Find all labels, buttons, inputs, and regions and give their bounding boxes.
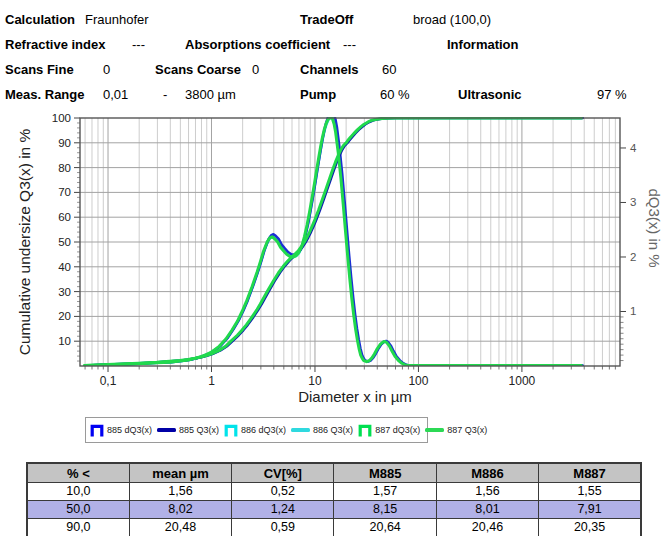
chart-legend: 885 dQ3(x)885 Q3(x)886 dQ3(x)886 Q3(x)88… [85,417,428,443]
legend-item: 886 dQ3(x) [224,424,286,437]
table-cell: 8,15 [334,501,436,519]
meas-range-label: Meas. Range [5,87,84,102]
ultrasonic-value: 97 % [597,87,627,102]
y-left-tick-label: 70 [58,186,71,198]
y-left-tick-label: 50 [58,236,71,248]
table-cell: 1,55 [539,483,641,501]
y-right-tick-label: 2 [630,251,636,263]
scans-coarse-value: 0 [252,62,259,77]
table-header-row: % <mean µmCV[%]M885M886M887 [27,463,641,483]
table-cell: 1,24 [232,501,334,519]
y-right-axis-title: dQ3(x) in % [646,188,663,267]
table-header-cell: % < [27,463,129,483]
refractive-index-label: Refractive index [5,37,105,52]
x-tick-label: 0,1 [100,374,117,388]
y-left-tick-label: 30 [58,286,71,298]
y-left-tick-label: 20 [58,310,71,322]
table-cell: 1,57 [334,483,436,501]
legend-item: 887 dQ3(x) [358,424,420,437]
table-header-cell: mean µm [129,463,231,483]
table-cell: 20,48 [129,519,231,536]
y-left-tick-label: 90 [58,137,71,149]
curve-885-dq3-x- [86,112,583,365]
y-left-tick-label: 60 [58,211,71,223]
table-row-selected[interactable]: 50,08,021,248,158,017,91 [27,501,641,519]
channels-label: Channels [300,62,359,77]
ultrasonic-label: Ultrasonic [458,87,522,102]
tradeoff-label: TradeOff [300,12,353,27]
y-left-axis-title: Cumulative undersize Q3(x) in % [16,129,33,356]
table-cell: 50,0 [27,501,129,519]
table-cell: 8,01 [436,501,538,519]
y-left-tick-label: 40 [58,261,71,273]
scans-fine-value: 0 [103,62,110,77]
tradeoff-value: broad (100,0) [413,12,491,27]
percentile-results-table: % <mean µmCV[%]M885M886M887 10,01,560,52… [26,462,642,536]
table-header-cell: M887 [539,463,641,483]
x-axis-title: Diameter x in µm [298,388,412,405]
legend-swatch-hist-icon [224,424,238,437]
legend-item: 887 Q3(x) [425,425,487,435]
scans-coarse-label: Scans Coarse [155,62,241,77]
legend-item-label: 886 Q3(x) [313,425,353,435]
y-left-tick-label: 10 [58,335,71,347]
pump-value: 60 % [380,87,410,102]
curve-886-dq3-x- [85,117,582,365]
meas-range-dash: - [163,87,167,102]
legend-item: 885 dQ3(x) [90,424,152,437]
y-right-tick-label: 1 [630,305,636,317]
meas-range-from-value: 0,01 [103,87,128,102]
meas-range-to-value: 3800 µm [185,87,236,102]
particle-size-distribution-chart: 1020304050607080901000,111010010001234Cu… [0,108,665,410]
y-right-tick-label: 4 [630,142,637,154]
table-row[interactable]: 10,01,560,521,571,561,55 [27,483,641,501]
legend-item: 885 Q3(x) [157,425,219,435]
x-tick-label: 10 [308,374,322,388]
legend-item: 886 Q3(x) [291,425,353,435]
legend-item-label: 887 Q3(x) [447,425,487,435]
legend-swatch-hist-icon [90,424,104,437]
table-cell: 0,59 [232,519,334,536]
x-tick-label: 1 [208,374,215,388]
table-cell: 90,0 [27,519,129,536]
table-header-cell: M885 [334,463,436,483]
table-cell: 10,0 [27,483,129,501]
legend-item-label: 886 dQ3(x) [241,425,286,435]
legend-item-label: 885 Q3(x) [179,425,219,435]
table-header-cell: M886 [436,463,538,483]
y-left-tick-label: 80 [58,162,71,174]
legend-swatch-hist-icon [358,424,372,437]
legend-swatch-line-icon [291,428,310,432]
table-cell: 1,56 [129,483,231,501]
legend-item-label: 885 dQ3(x) [107,425,152,435]
table-cell: 0,52 [232,483,334,501]
table-cell: 20,64 [334,519,436,536]
table-cell: 8,02 [129,501,231,519]
legend-item-label: 887 dQ3(x) [375,425,420,435]
legend-swatch-line-icon [425,428,444,432]
channels-value: 60 [382,62,396,77]
table-cell: 20,35 [539,519,641,536]
absorption-coefficient-value: --- [343,37,356,52]
table-cell: 7,91 [539,501,641,519]
x-tick-label: 100 [408,374,428,388]
pump-label: Pump [300,87,336,102]
table-row[interactable]: 90,020,480,5920,6420,4620,35 [27,519,641,536]
information-label: Information [447,37,519,52]
legend-swatch-line-icon [157,428,176,432]
y-right-tick-label: 3 [630,196,636,208]
absorption-coefficient-label: Absorptions coefficient [185,37,330,52]
curve-887-dq3-x- [85,117,582,365]
calculation-label: Calculation [5,12,75,27]
x-tick-label: 1000 [509,374,536,388]
table-cell: 1,56 [436,483,538,501]
table-header-cell: CV[%] [232,463,334,483]
table-cell: 20,46 [436,519,538,536]
refractive-index-value: --- [132,37,145,52]
calculation-value: Fraunhofer [85,12,149,27]
scans-fine-label: Scans Fine [5,62,74,77]
y-left-tick-label: 100 [52,112,71,124]
